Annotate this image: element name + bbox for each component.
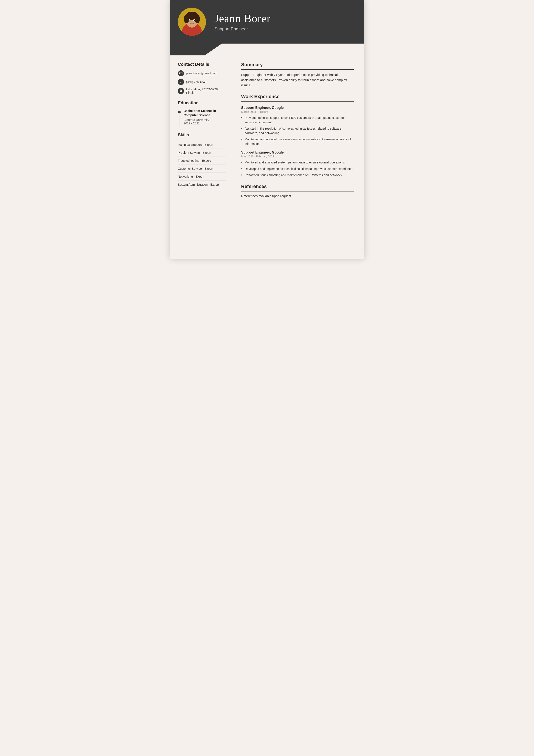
education-item: Bachelor of Science in Computer Science …: [178, 109, 226, 126]
references-text: References available upon request: [241, 194, 354, 198]
job-bullets-1: Monitored and analyzed system performanc…: [241, 160, 354, 178]
sidebar: Contact Details jeannborer@gmail.com (35…: [170, 55, 233, 206]
job-bullets-0: Provided technical support to over 500 c…: [241, 116, 354, 146]
content: Contact Details jeannborer@gmail.com (35…: [170, 55, 364, 206]
avatar: [178, 8, 206, 36]
skill-item: Troubleshooting - Expert: [178, 157, 226, 165]
phone-icon: [178, 79, 184, 85]
avatar-container: [178, 8, 206, 36]
edu-content: Bachelor of Science in Computer Science …: [184, 109, 226, 126]
skill-item: System Administration - Expert: [178, 181, 226, 188]
summary-section-title: Summary: [241, 62, 354, 70]
job-dates-1: May 2021 - February 2023: [241, 155, 354, 158]
edu-degree: Bachelor of Science in Computer Science: [184, 109, 226, 117]
job-bullet-1-1: Developed and implemented technical solu…: [241, 167, 354, 172]
header-chevron: [170, 43, 364, 55]
location-value: Lake Mina, 97749-3728, Illinois: [186, 88, 226, 94]
header: Jeann Borer Support Engineer: [170, 0, 364, 43]
edu-bullet: [178, 111, 181, 113]
contact-section-title: Contact Details: [178, 62, 226, 67]
job-title-0: Support Engineer, Google: [241, 106, 354, 110]
edu-years: 2017 - 2021: [184, 122, 226, 125]
job-bullet-1-0: Monitored and analyzed system performanc…: [241, 160, 354, 165]
job-1: Support Engineer, GoogleMay 2021 - Febru…: [241, 150, 354, 178]
job-dates-0: March 2023 - Present: [241, 110, 354, 113]
edu-bar: [179, 113, 179, 126]
summary-text: Support Engineer with 7+ years of experi…: [241, 72, 354, 88]
svg-point-12: [191, 21, 192, 22]
phone-value: (350) 255 4349: [186, 80, 207, 84]
skills-list: Technical Support - ExpertProblem Solvin…: [178, 141, 226, 188]
svg-point-7: [186, 12, 197, 18]
edu-school: Stanford University: [184, 118, 226, 122]
header-name: Jeann Borer: [215, 12, 354, 25]
references-section-title: References: [241, 184, 354, 192]
chevron-mid: [170, 43, 205, 55]
jobs-list: Support Engineer, GoogleMarch 2023 - Pre…: [241, 106, 354, 178]
location-icon: [178, 88, 184, 94]
header-title: Support Engineer: [215, 27, 354, 32]
job-bullet-0-1: Assisted in the resolution of complex te…: [241, 126, 354, 135]
skill-item: Customer Service - Expert: [178, 165, 226, 173]
contact-phone-item: (350) 255 4349: [178, 79, 226, 85]
job-bullet-0-0: Provided technical support to over 500 c…: [241, 116, 354, 125]
resume-container: Jeann Borer Support Engineer Contact Det…: [170, 0, 364, 259]
job-title-1: Support Engineer, Google: [241, 150, 354, 154]
job-0: Support Engineer, GoogleMarch 2023 - Pre…: [241, 106, 354, 146]
skill-item: Problem Solving - Expert: [178, 149, 226, 157]
svg-point-11: [194, 20, 195, 21]
contact-email-item: jeannborer@gmail.com: [178, 70, 226, 76]
main-content: Summary Support Engineer with 7+ years o…: [233, 55, 364, 206]
education-section-title: Education: [178, 100, 226, 105]
job-bullet-0-2: Maintained and updated customer service …: [241, 137, 354, 146]
job-bullet-1-2: Performed troubleshooting and maintenanc…: [241, 173, 354, 178]
email-icon: [178, 70, 184, 76]
email-value[interactable]: jeannborer@gmail.com: [186, 71, 217, 75]
skills-section-title: Skills: [178, 132, 226, 137]
contact-location-item: Lake Mina, 97749-3728, Illinois: [178, 88, 226, 94]
skill-item: Networking - Expert: [178, 173, 226, 181]
skill-item: Technical Support - Expert: [178, 141, 226, 149]
work-experience-section-title: Work Experience: [241, 94, 354, 101]
chevron-point: [205, 43, 222, 55]
header-text: Jeann Borer Support Engineer: [215, 12, 354, 32]
svg-point-10: [189, 20, 191, 21]
